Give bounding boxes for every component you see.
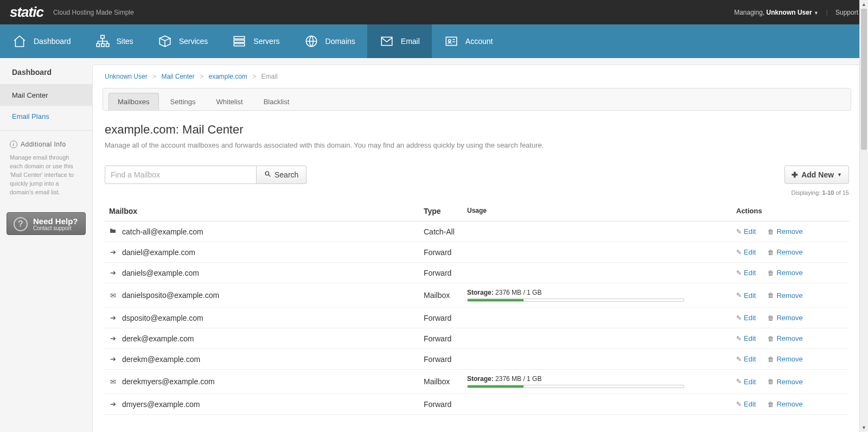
trash-icon: 🗑 [768,355,774,363]
nav-servers[interactable]: Servers [220,24,291,58]
remove-link[interactable]: 🗑Remove [768,248,802,256]
nav-dashboard[interactable]: Dashboard [0,24,83,58]
mailbox-address: daniel@example.com [122,248,195,257]
mailbox-type: Forward [424,400,467,409]
tab-blacklist[interactable]: Blacklist [254,93,299,110]
trash-icon: 🗑 [768,249,774,256]
mailbox-address: derek@example.com [122,334,194,343]
search-input[interactable] [105,166,257,184]
arrow-icon: ➔ [109,269,117,277]
managing-user-dropdown[interactable]: Managing, Unknown User ▼ [734,9,819,16]
mailbox-type: Forward [424,248,467,257]
mailbox-table: Mailbox Type Usage Actions catch-all@exa… [105,201,849,415]
edit-link[interactable]: ✎Edit [736,269,756,277]
edit-link[interactable]: ✎Edit [736,314,756,322]
caret-down-icon: ▼ [837,172,842,177]
edit-link[interactable]: ✎Edit [736,334,756,342]
remove-link[interactable]: 🗑Remove [768,400,802,408]
scrollbar[interactable]: ▲ ▼ [859,0,868,432]
remove-link[interactable]: 🗑Remove [768,355,802,363]
mailbox-type: Forward [424,355,467,364]
breadcrumb: Unknown User > Mail Center > example.com… [93,65,861,88]
pencil-icon: ✎ [736,335,742,342]
search-button[interactable]: Search [257,166,307,184]
trash-icon: 🗑 [768,378,774,385]
remove-link[interactable]: 🗑Remove [768,378,802,386]
storage-value: 2376 MB / 1 GB [495,375,541,383]
edit-link[interactable]: ✎Edit [736,227,756,236]
remove-link[interactable]: 🗑Remove [768,227,802,236]
table-row: ➔derek@example.comForward✎Edit🗑Remove [105,328,849,349]
scroll-up-icon[interactable]: ▲ [860,0,868,9]
sidebar-item-mail-center[interactable]: Mail Center [0,85,92,106]
support-link[interactable]: Support [835,9,858,16]
mail-icon: ✉ [109,378,117,386]
tab-whitelist[interactable]: Whitelist [207,93,252,110]
arrow-icon: ➔ [109,248,117,256]
svg-rect-9 [446,37,457,45]
scroll-thumb[interactable] [861,9,867,150]
arrow-icon: ➔ [109,355,117,363]
edit-link[interactable]: ✎Edit [736,378,756,386]
mailbox-address: derekm@example.com [122,355,200,364]
edit-link[interactable]: ✎Edit [736,400,756,408]
tab-mailboxes[interactable]: Mailboxes [108,93,159,110]
remove-link[interactable]: 🗑Remove [768,314,802,322]
col-header-actions: Actions [736,207,845,215]
additional-info: iAdditional Info Manage email through ea… [0,141,92,197]
svg-rect-0 [100,35,104,38]
sidebar-item-email-plans[interactable]: Email Plans [0,106,92,127]
col-header-type: Type [424,207,467,215]
folder-icon [109,227,117,236]
sidebar: Dashboard Mail Center Email Plans iAddit… [0,58,92,250]
tab-settings[interactable]: Settings [161,93,205,110]
edit-link[interactable]: ✎Edit [736,355,756,363]
col-header-usage: Usage [467,207,736,215]
nav-domains[interactable]: Domains [292,24,367,58]
mailbox-type: Forward [424,269,467,277]
edit-link[interactable]: ✎Edit [736,248,756,256]
storage-value: 2376 MB / 1 GB [495,289,541,296]
remove-link[interactable]: 🗑Remove [768,334,802,342]
breadcrumb-current: Email [261,73,278,80]
svg-point-11 [265,171,269,175]
mailbox-address: dsposito@example.com [122,314,203,322]
pencil-icon: ✎ [736,249,742,256]
nav-sites[interactable]: Sites [83,24,145,58]
breadcrumb-user[interactable]: Unknown User [105,73,148,80]
add-new-button[interactable]: ✚ Add New ▼ [784,166,849,184]
table-row: ➔daniel@example.comForward✎Edit🗑Remove [105,242,849,263]
need-help-button[interactable]: ? Need Help? Contact support [7,212,86,235]
mail-icon: ✉ [109,291,117,300]
trash-icon: 🗑 [768,269,774,277]
displaying-label: Displaying: 1-10 of 15 [105,189,849,196]
svg-rect-3 [106,43,108,46]
info-icon: i [10,141,17,148]
table-row: ✉danielsposito@example.comMailboxStorage… [105,283,849,308]
svg-rect-6 [234,43,245,46]
arrow-icon: ➔ [109,400,117,408]
edit-link[interactable]: ✎Edit [736,291,756,300]
logo[interactable]: static [10,4,43,21]
pencil-icon: ✎ [736,228,742,236]
nav-account[interactable]: Account [432,24,505,58]
remove-link[interactable]: 🗑Remove [768,291,802,300]
breadcrumb-domain[interactable]: example.com [208,73,247,80]
main-nav: Dashboard Sites Services Servers Domains… [0,24,868,58]
mailbox-address: derekmyers@example.com [122,377,215,386]
id-card-icon [444,34,459,49]
svg-rect-2 [101,43,104,46]
nav-services[interactable]: Services [145,24,220,58]
storage-label: Storage: [467,375,494,383]
breadcrumb-mail-center[interactable]: Mail Center [161,73,194,80]
tagline: Cloud Hosting Made Simple [53,9,134,16]
pencil-icon: ✎ [736,314,742,322]
mailbox-type: Catch-All [424,227,467,236]
remove-link[interactable]: 🗑Remove [768,269,802,277]
table-row: ➔dsposito@example.comForward✎Edit🗑Remove [105,308,849,328]
mailbox-type: Mailbox [424,377,467,386]
nav-email[interactable]: Email [367,24,432,58]
sitemap-icon [95,34,110,49]
pencil-icon: ✎ [736,291,742,299]
scroll-down-icon[interactable]: ▼ [860,423,868,432]
